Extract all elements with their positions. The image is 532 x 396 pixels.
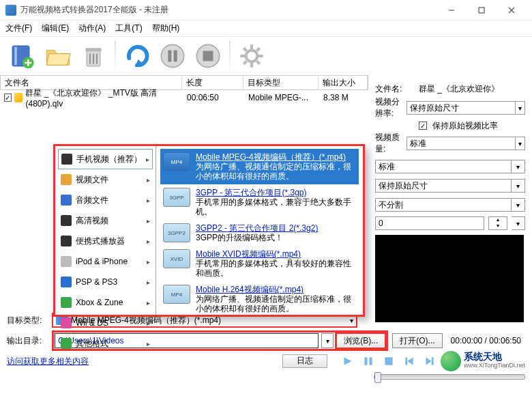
menu-file[interactable]: 文件(F) [5, 23, 32, 34]
category-item[interactable]: 便携式播放器▸ [58, 231, 153, 251]
menu-action[interactable]: 动作(A) [78, 23, 106, 34]
file-row[interactable]: ✓群星 _《北京欢迎你》 _MTV版 高清 (480P).qlv 00:06:5… [0, 90, 368, 105]
category-label: 音频文件 [76, 195, 108, 206]
category-item[interactable]: PSP & PS3▸ [58, 272, 153, 292]
close-button[interactable] [497, 1, 527, 20]
open-folder-icon[interactable] [42, 40, 74, 72]
quality-label: 视频质量: [375, 132, 407, 155]
category-item[interactable]: 视频文件▸ [58, 169, 153, 190]
brand-logo[interactable]: 系统天地www.XiTongTianDi.net [441, 351, 525, 371]
svg-rect-19 [203, 51, 213, 61]
category-label: PSP & PS3 [76, 277, 117, 287]
row-size: 8.38 M [319, 93, 368, 102]
col-target[interactable]: 目标类型 [243, 76, 319, 89]
chevron-down-icon[interactable]: ▾ [516, 137, 526, 150]
chevron-down-icon[interactable]: ▾ [516, 101, 526, 115]
format-item[interactable]: 3GPP3GPP - 第三代合作项目(*.3gp)手机常用的多媒体格式，兼容于绝… [160, 184, 359, 220]
category-item[interactable]: 手机视频（推荐）▸ [58, 149, 153, 169]
keep-ratio-checkbox[interactable]: ✓ [419, 122, 427, 130]
chevron-down-icon[interactable]: ▾ [512, 160, 525, 173]
resolution-select[interactable] [407, 101, 516, 115]
next-frame-icon[interactable] [423, 354, 437, 368]
category-label: Xbox & Zune [76, 298, 123, 307]
category-item[interactable]: iPod & iPhone▸ [58, 251, 153, 272]
menu-tools[interactable]: 工具(T) [115, 23, 142, 34]
chevron-down-icon[interactable]: ▾ [350, 317, 353, 324]
format-item[interactable]: 3GPP23GPP2 - 第三代合作项目 2(*.3g2)3GPP的升级编码格式… [160, 220, 359, 246]
row-checkbox[interactable]: ✓ [4, 94, 12, 102]
format-title: 3GPP2 - 第三代合作项目 2(*.3g2) [196, 223, 356, 233]
settings-icon[interactable] [236, 40, 267, 72]
format-title: Mobile H.264视频编码(*.mp4) [196, 285, 356, 294]
category-item[interactable]: Xbox & Zune▸ [58, 292, 153, 313]
convert-icon[interactable] [121, 40, 153, 72]
category-icon [61, 256, 72, 267]
svg-line-27 [257, 48, 260, 51]
category-label: Wii & DS [76, 318, 108, 328]
maximize-button[interactable] [467, 1, 497, 20]
format-item[interactable]: XVIDMobile XVID视频编码(*.mp4)手机常用的多媒体格式，具有较… [160, 246, 359, 281]
svg-rect-31 [370, 357, 372, 365]
spin-buttons[interactable]: ▲▼ [488, 216, 507, 230]
category-item[interactable]: 高清视频▸ [58, 210, 153, 231]
col-length[interactable]: 长度 [182, 76, 243, 89]
browse-button[interactable]: 浏览(B)... [336, 333, 385, 348]
seek-slider[interactable] [374, 374, 525, 380]
format-item[interactable]: MP4Mobile H.264视频编码(*.mp4)为网络广播、视频通信制定的压… [160, 281, 359, 315]
pause-icon[interactable] [157, 40, 188, 72]
minimize-button[interactable] [437, 1, 467, 20]
svg-rect-30 [365, 357, 368, 365]
stop-icon[interactable] [192, 40, 224, 72]
chevron-down-icon[interactable]: ▾ [512, 216, 525, 230]
category-item[interactable]: 音频文件▸ [58, 190, 153, 210]
prev-frame-icon[interactable] [402, 354, 416, 368]
chevron-down-icon[interactable]: ▾ [512, 179, 525, 193]
menu-edit[interactable]: 编辑(E) [42, 23, 69, 34]
category-item[interactable]: 其他格式▸ [58, 333, 153, 354]
play-icon[interactable] [341, 354, 355, 368]
number-input[interactable] [375, 216, 484, 230]
svg-rect-34 [406, 357, 408, 365]
split-select[interactable] [375, 198, 512, 212]
chevron-right-icon: ▸ [147, 238, 150, 245]
video-quality-select[interactable] [407, 137, 516, 150]
svg-rect-10 [85, 48, 101, 51]
slider-thumb[interactable] [374, 372, 381, 383]
category-item[interactable]: Wii & DS▸ [58, 313, 153, 333]
svg-rect-36 [432, 357, 434, 365]
playback-controls [341, 354, 437, 368]
category-icon [61, 338, 72, 349]
format-title: Mobile XVID视频编码(*.mp4) [196, 249, 356, 259]
format-title: 3GPP - 第三代合作项目(*.3gp) [196, 188, 356, 197]
svg-point-15 [161, 44, 183, 67]
add-file-icon[interactable] [7, 40, 38, 72]
format-list: MP4Mobile MPEG-4视频编码（推荐）(*.mp4)为网络广播、视频通… [156, 146, 363, 315]
chevron-down-icon[interactable]: ▾ [512, 198, 525, 212]
more-link[interactable]: 访问获取更多相关内容 [7, 356, 89, 367]
scale-select[interactable] [375, 179, 512, 193]
menu-help[interactable]: 帮助(H) [152, 23, 180, 34]
delete-icon[interactable] [78, 40, 109, 72]
brand-url: www.XiTongTianDi.net [464, 361, 525, 370]
chevron-down-icon[interactable]: ▾ [321, 333, 334, 348]
col-size[interactable]: 输出大小 [319, 76, 368, 89]
properties-pane: 文件名:群星 _《北京欢迎你》 视频分辨率: ▾ ✓保持原始视频比率 视频质量:… [368, 75, 532, 307]
svg-rect-17 [174, 51, 177, 62]
open-button[interactable]: 打开(O)... [392, 333, 442, 348]
log-button[interactable]: 日志 [282, 354, 327, 368]
category-icon [61, 195, 72, 206]
svg-line-25 [243, 48, 246, 51]
svg-line-26 [257, 61, 260, 64]
svg-rect-5 [14, 47, 16, 66]
svg-line-28 [243, 61, 246, 64]
chevron-right-icon: ▸ [147, 197, 150, 204]
category-label: 视频文件 [76, 174, 108, 186]
audio-quality-select[interactable] [375, 160, 512, 173]
format-item[interactable]: MP4Mobile MPEG-4视频编码（推荐）(*.mp4)为网络广播、视频通… [160, 149, 359, 184]
output-label: 输出目录: [7, 335, 48, 347]
window-title: 万能视频格式转换器2017全能版 - 未注册 [20, 4, 437, 16]
separator [229, 41, 231, 71]
pause-icon[interactable] [361, 354, 375, 368]
svg-rect-32 [385, 357, 393, 365]
stop-icon[interactable] [382, 354, 396, 368]
